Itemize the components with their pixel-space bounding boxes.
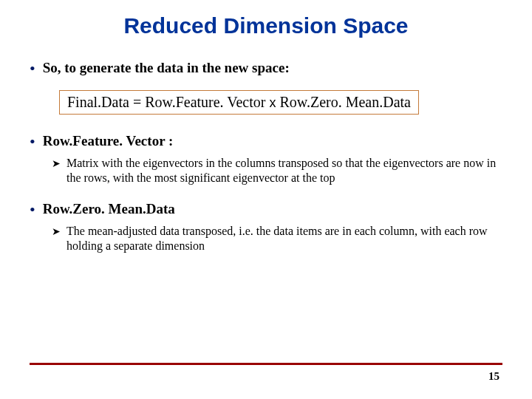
bullet-1: • So, to generate the data in the new sp… [30, 59, 502, 77]
bullet-2-sub: ➤ Matrix with the eigenvectors in the co… [52, 156, 502, 185]
equation-box: Final.Data = Row.Feature. Vector x Row.Z… [59, 90, 502, 115]
slide: Reduced Dimension Space • So, to generat… [0, 0, 532, 399]
sub-bullet-icon: ➤ [52, 157, 61, 169]
slide-title: Reduced Dimension Space [30, 13, 502, 38]
sub-bullet-icon: ➤ [52, 225, 61, 237]
bullet-3-heading: Row.Zero. Mean.Data [43, 200, 175, 218]
equation: Final.Data = Row.Feature. Vector x Row.Z… [59, 90, 419, 115]
bullet-3-sub: ➤ The mean-adjusted data transposed, i.e… [52, 224, 502, 253]
page-number: 15 [488, 370, 499, 383]
bullet-2-heading: Row.Feature. Vector : [43, 132, 174, 150]
bullet-1-text: So, to generate the data in the new spac… [43, 59, 290, 77]
bullet-dot-icon: • [30, 61, 35, 77]
equation-rhs1: Row.Feature. Vector [145, 94, 265, 110]
footer-divider [30, 363, 502, 365]
bullet-2-sub-text: Matrix with the eigenvectors in the colu… [66, 156, 502, 185]
equation-rhs2: Row.Zero. Mean.Data [279, 94, 411, 110]
equation-x: x [265, 95, 279, 110]
equation-lhs: Final.Data [67, 94, 129, 110]
equation-eq: = [129, 94, 145, 110]
bullet-3-sub-text: The mean-adjusted data transposed, i.e. … [66, 224, 502, 253]
bullet-2: • Row.Feature. Vector : [30, 132, 502, 150]
bullet-3: • Row.Zero. Mean.Data [30, 200, 502, 218]
bullet-dot-icon: • [30, 134, 35, 150]
bullet-dot-icon: • [30, 202, 35, 218]
